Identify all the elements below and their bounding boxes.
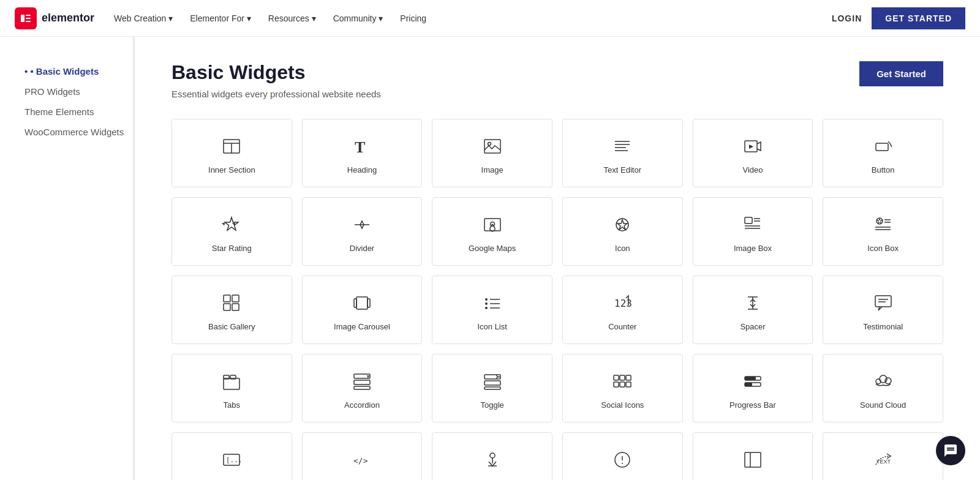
widget-label-google-maps: Google Maps — [469, 244, 516, 253]
divider-icon — [352, 215, 372, 238]
get-started-nav-button[interactable]: GET STARTED — [872, 7, 965, 29]
icon-icon — [612, 215, 632, 238]
widget-label-toggle: Toggle — [481, 400, 504, 410]
testimonial-icon — [873, 293, 893, 316]
svg-rect-16 — [876, 143, 888, 151]
widget-card-icon-list[interactable]: Icon List — [432, 276, 552, 344]
widget-label-basic-gallery: Basic Gallery — [208, 322, 255, 331]
icon-box-icon — [873, 215, 893, 238]
nav-menu: Web Creation ▾Elementor For ▾Resources ▾… — [114, 13, 426, 23]
widget-card-social-icons[interactable]: Social Icons — [562, 354, 683, 422]
navbar: elementor Web Creation ▾Elementor For ▾R… — [0, 0, 980, 37]
widget-label-icon: Icon — [615, 244, 630, 253]
svg-rect-2 — [26, 18, 31, 19]
widget-card-icon[interactable]: Icon — [562, 197, 683, 266]
widget-label-text-editor: Text Editor — [604, 165, 641, 174]
widget-card-star-rating[interactable]: Star Rating — [172, 197, 292, 266]
widget-label-sound-cloud: Sound Cloud — [860, 400, 906, 410]
chat-button[interactable] — [936, 436, 965, 465]
sidebar-icon — [743, 450, 763, 473]
text-path-icon: TEXT — [873, 450, 893, 473]
svg-rect-40 — [232, 295, 239, 302]
sidebar-item-theme-elements[interactable]: Theme Elements — [24, 102, 133, 122]
nav-item-resources[interactable]: Resources ▾ — [268, 13, 316, 23]
image-carousel-icon — [352, 293, 372, 316]
widget-label-counter: Counter — [608, 322, 636, 331]
svg-rect-43 — [356, 297, 368, 309]
widget-card-icon-box[interactable]: Icon Box — [823, 197, 943, 266]
html-icon: </> — [352, 450, 372, 473]
svg-rect-44 — [354, 299, 356, 307]
svg-rect-41 — [224, 304, 230, 310]
sidebar-item-woocommerce-widgets[interactable]: WooCommerce Widgets — [24, 122, 133, 142]
basic-gallery-icon — [222, 293, 241, 316]
svg-rect-73 — [620, 382, 625, 387]
svg-rect-1 — [26, 15, 31, 16]
alert-icon — [612, 450, 632, 473]
widget-card-testimonial[interactable]: Testimonial — [823, 276, 943, 344]
widget-label-tabs: Tabs — [224, 400, 240, 410]
counter-icon: 123 — [612, 293, 632, 316]
widget-card-inner-section[interactable]: Inner Section — [172, 119, 292, 187]
sidebar-item-pro-widgets[interactable]: PRO Widgets — [24, 81, 133, 102]
svg-rect-68 — [484, 387, 500, 389]
svg-point-48 — [485, 302, 488, 305]
social-icons-icon — [612, 372, 632, 394]
widget-card-counter[interactable]: 123Counter — [562, 276, 683, 344]
svg-marker-20 — [222, 223, 225, 225]
sidebar-item-basic-widgets[interactable]: • Basic Widgets — [24, 61, 133, 81]
widget-card-tabs[interactable]: Tabs — [172, 354, 292, 422]
widget-card-google-maps[interactable]: Google Maps — [432, 197, 552, 266]
svg-line-18 — [888, 141, 890, 143]
svg-rect-39 — [224, 295, 230, 302]
icon-list-icon — [483, 293, 502, 316]
widget-card-basic-gallery[interactable]: Basic Gallery — [172, 276, 292, 344]
login-button[interactable]: LOGIN — [832, 13, 862, 23]
svg-line-17 — [890, 143, 892, 147]
nav-item-pricing[interactable]: Pricing — [400, 13, 426, 23]
widget-card-image[interactable]: Image — [432, 119, 552, 187]
widget-card-toggle[interactable]: Toggle — [432, 354, 552, 422]
widget-card-video[interactable]: Video — [693, 119, 813, 187]
widget-card-accordion[interactable]: Accordion — [302, 354, 423, 422]
widget-card-text-path[interactable]: TEXTText Path — [823, 432, 943, 480]
widget-card-progress-bar[interactable]: Progress Bar — [693, 354, 813, 422]
widget-card-button[interactable]: Button — [823, 119, 943, 187]
widget-card-divider[interactable]: Divider — [302, 197, 423, 266]
svg-point-9 — [488, 143, 491, 146]
sound-cloud-icon — [873, 372, 893, 394]
widget-card-image-box[interactable]: Image Box — [693, 197, 813, 266]
logo-text: elementor — [42, 12, 94, 24]
shortcode-icon: [...] — [222, 450, 241, 473]
logo[interactable]: elementor — [15, 7, 94, 29]
get-started-main-button[interactable]: Get Started — [859, 61, 943, 86]
nav-item-web-creation[interactable]: Web Creation ▾ — [114, 13, 173, 23]
spacer-icon — [743, 293, 763, 316]
widget-card-sound-cloud[interactable]: Sound Cloud — [823, 354, 943, 422]
widget-label-inner-section: Inner Section — [208, 165, 255, 174]
widget-label-accordion: Accordion — [344, 400, 380, 410]
widget-card-sidebar[interactable]: Sidebar — [693, 432, 813, 480]
widget-label-icon-list: Icon List — [477, 322, 507, 331]
svg-point-90 — [622, 463, 623, 464]
widget-grid: Inner SectionTHeadingImageText EditorVid… — [172, 119, 943, 480]
svg-rect-67 — [484, 381, 500, 385]
svg-rect-78 — [745, 383, 752, 386]
svg-rect-72 — [614, 382, 619, 387]
widget-card-shortcode[interactable]: [...]Shortcode — [172, 432, 292, 480]
svg-marker-21 — [233, 223, 235, 225]
widget-card-text-editor[interactable]: Text Editor — [562, 119, 683, 187]
svg-rect-74 — [626, 382, 631, 387]
widget-card-html[interactable]: </>HTML — [302, 432, 423, 480]
widget-card-alert[interactable]: Alert — [562, 432, 683, 480]
widget-card-heading[interactable]: THeading — [302, 119, 423, 187]
text-editor-icon — [612, 137, 632, 159]
svg-point-50 — [485, 307, 488, 309]
widget-card-spacer[interactable]: Spacer — [693, 276, 813, 344]
widget-card-image-carousel[interactable]: Image Carousel — [302, 276, 423, 344]
widget-label-progress-bar: Progress Bar — [729, 400, 776, 410]
nav-item-community[interactable]: Community ▾ — [333, 13, 383, 23]
widget-card-menu-anchor[interactable]: Menu Anchor — [432, 432, 552, 480]
nav-item-elementor-for[interactable]: Elementor For ▾ — [190, 13, 251, 23]
svg-rect-0 — [21, 15, 24, 22]
